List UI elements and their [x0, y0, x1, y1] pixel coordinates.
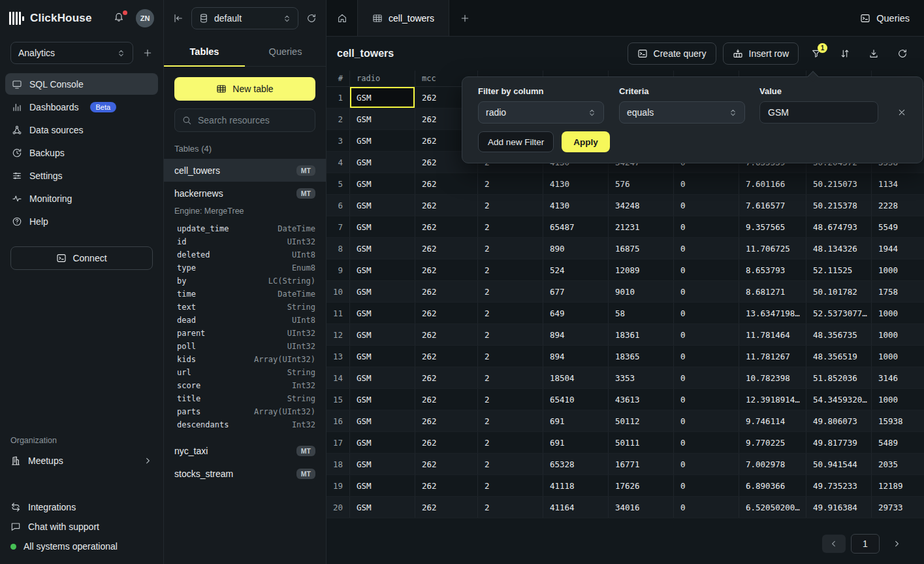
- filter-value-input[interactable]: [759, 101, 878, 124]
- sidebar-item-settings[interactable]: Settings: [5, 165, 158, 186]
- table-cell[interactable]: 262: [415, 259, 478, 280]
- table-cell[interactable]: 54.3459320…: [806, 389, 872, 410]
- table-cell[interactable]: 2: [478, 389, 543, 410]
- table-cell[interactable]: 17626: [609, 475, 674, 496]
- table-cell[interactable]: GSM: [350, 152, 415, 173]
- table-cell[interactable]: 2: [478, 346, 543, 367]
- table-cell[interactable]: 262: [415, 367, 478, 388]
- table-cell[interactable]: 49.817739: [806, 432, 872, 453]
- table-cell[interactable]: 50.215073: [806, 173, 872, 194]
- table-cell[interactable]: 1944: [872, 238, 924, 259]
- table-cell[interactable]: 1134: [872, 173, 924, 194]
- table-cell[interactable]: 0: [674, 259, 739, 280]
- table-cell[interactable]: 2: [478, 303, 543, 323]
- table-cell[interactable]: 1000: [872, 259, 924, 280]
- table-cell[interactable]: 2: [478, 497, 543, 518]
- table-cell[interactable]: 262: [415, 281, 478, 302]
- table-cell[interactable]: 11.706725: [739, 238, 806, 259]
- table-cell[interactable]: 9.746114: [739, 410, 806, 431]
- tab-tables[interactable]: Tables: [164, 37, 245, 66]
- table-cell[interactable]: 262: [415, 324, 478, 345]
- apply-filter-button[interactable]: Apply: [562, 131, 610, 152]
- download-button[interactable]: [863, 42, 885, 65]
- table-cell[interactable]: 34248: [609, 195, 674, 216]
- table-cell[interactable]: GSM: [350, 108, 415, 129]
- filter-button[interactable]: 1: [805, 42, 827, 65]
- new-table-button[interactable]: New table: [174, 77, 315, 101]
- search-box[interactable]: [174, 108, 315, 132]
- table-cell[interactable]: 262: [415, 454, 478, 474]
- table-cell[interactable]: 50112: [609, 410, 674, 431]
- table-cell[interactable]: 58: [609, 303, 674, 323]
- table-cell[interactable]: 0: [674, 173, 739, 194]
- table-cell[interactable]: GSM: [350, 87, 415, 108]
- table-cell[interactable]: 2: [478, 432, 543, 453]
- database-selector[interactable]: default: [191, 7, 298, 29]
- table-cell[interactable]: 12189: [872, 475, 924, 496]
- table-cell[interactable]: 50111: [609, 432, 674, 453]
- table-cell[interactable]: 11.781267: [739, 346, 806, 367]
- table-cell[interactable]: 21231: [609, 216, 674, 237]
- table-cell[interactable]: 1000: [872, 389, 924, 410]
- previous-page-button[interactable]: [822, 535, 846, 553]
- table-cell[interactable]: 262: [415, 432, 478, 453]
- footer-item-chat-with-support[interactable]: Chat with support: [5, 517, 158, 537]
- table-cell[interactable]: 49.735233: [806, 475, 872, 496]
- notifications-button[interactable]: [114, 12, 127, 25]
- table-cell[interactable]: 262: [415, 216, 478, 237]
- table-cell[interactable]: 48.356735: [806, 324, 872, 345]
- table-cell[interactable]: 5489: [872, 432, 924, 453]
- table-cell[interactable]: 4130: [543, 195, 609, 216]
- tab-cell-towers[interactable]: cell_towers: [358, 0, 449, 36]
- refresh-icon[interactable]: [306, 13, 317, 24]
- table-cell[interactable]: 7.601166: [739, 173, 806, 194]
- column-header[interactable]: radio: [350, 71, 415, 86]
- table-cell[interactable]: 18504: [543, 367, 609, 388]
- table-cell[interactable]: 29733: [872, 497, 924, 518]
- sidebar-item-help[interactable]: Help: [5, 210, 158, 232]
- add-service-button[interactable]: [142, 48, 153, 58]
- table-cell[interactable]: GSM: [350, 410, 415, 431]
- table-item-cell-towers[interactable]: cell_towersMT: [164, 159, 326, 182]
- table-cell[interactable]: 1000: [872, 324, 924, 345]
- table-cell[interactable]: 2: [478, 173, 543, 194]
- table-cell[interactable]: 2: [478, 238, 543, 259]
- table-cell[interactable]: GSM: [350, 497, 415, 518]
- table-cell[interactable]: 691: [543, 410, 609, 431]
- table-cell[interactable]: 262: [415, 410, 478, 431]
- table-cell[interactable]: 2035: [872, 454, 924, 474]
- table-cell[interactable]: GSM: [350, 454, 415, 474]
- table-cell[interactable]: 12.3918914…: [739, 389, 806, 410]
- table-cell[interactable]: 9.770225: [739, 432, 806, 453]
- queries-button[interactable]: Queries: [860, 13, 910, 24]
- table-cell[interactable]: 262: [415, 303, 478, 323]
- table-cell[interactable]: GSM: [350, 238, 415, 259]
- insert-row-button[interactable]: Insert row: [723, 42, 799, 65]
- table-cell[interactable]: 262: [415, 195, 478, 216]
- tab-queries[interactable]: Queries: [245, 37, 326, 66]
- table-cell[interactable]: 8.681271: [739, 281, 806, 302]
- sidebar-item-data-sources[interactable]: Data sources: [5, 119, 158, 141]
- table-cell[interactable]: 5549: [872, 216, 924, 237]
- table-cell[interactable]: 262: [415, 475, 478, 496]
- table-cell[interactable]: 52.11525: [806, 259, 872, 280]
- table-cell[interactable]: 2: [478, 259, 543, 280]
- table-cell[interactable]: 890: [543, 238, 609, 259]
- table-cell[interactable]: 262: [415, 497, 478, 518]
- table-cell[interactable]: GSM: [350, 173, 415, 194]
- table-cell[interactable]: 0: [674, 281, 739, 302]
- table-cell[interactable]: 2228: [872, 195, 924, 216]
- table-cell[interactable]: 0: [674, 195, 739, 216]
- table-cell[interactable]: 1000: [872, 346, 924, 367]
- table-cell[interactable]: 48.674793: [806, 216, 872, 237]
- workspace-selector[interactable]: Analytics: [10, 42, 133, 64]
- table-cell[interactable]: GSM: [350, 367, 415, 388]
- table-cell[interactable]: 6.890366: [739, 475, 806, 496]
- table-cell[interactable]: 0: [674, 238, 739, 259]
- table-cell[interactable]: GSM: [350, 195, 415, 216]
- table-cell[interactable]: 262: [415, 173, 478, 194]
- table-cell[interactable]: 48.134326: [806, 238, 872, 259]
- table-cell[interactable]: 50.215378: [806, 195, 872, 216]
- sidebar-item-dashboards[interactable]: DashboardsBeta: [5, 96, 158, 118]
- table-cell[interactable]: 0: [674, 324, 739, 345]
